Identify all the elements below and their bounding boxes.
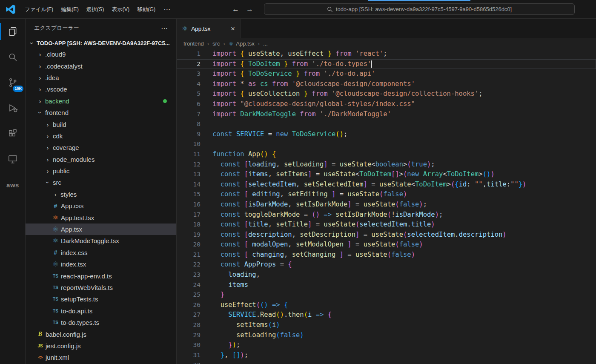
css-file-icon: # — [52, 203, 60, 209]
tree-item-public[interactable]: ›public — [26, 165, 176, 177]
tree-item-setupTests.ts[interactable]: TSsetupTests.ts — [26, 293, 176, 305]
menu-item-3[interactable]: 表示(V) — [108, 3, 133, 15]
run-debug-activity-button[interactable] — [0, 95, 26, 121]
back-icon[interactable]: ← — [232, 5, 239, 14]
menu-item-0[interactable]: ファイル(F) — [21, 3, 57, 15]
tab-app-tsx[interactable]: ⚛ App.tsx × — [177, 19, 241, 38]
menu-item-1[interactable]: 編集(E) — [57, 3, 83, 15]
code-line-25[interactable]: 25 } — [177, 290, 596, 300]
tree-item-label: react-app-env.d.ts — [61, 272, 112, 280]
code-line-18[interactable]: 18 const [title, setTitle] = useState(se… — [177, 220, 596, 230]
tree-item-App.css[interactable]: #App.css — [26, 200, 176, 212]
code-line-19[interactable]: 19 const [description, setDescription] =… — [177, 230, 596, 240]
tree-item-reportWebVitals.ts[interactable]: TSreportWebVitals.ts — [26, 282, 176, 293]
tree-item-label: .vscode — [45, 86, 67, 93]
code-line-29[interactable]: 29 setLoading(false) — [177, 330, 596, 341]
breadcrumb-label: ... — [263, 40, 268, 47]
tree-item-build[interactable]: ›build — [26, 118, 176, 130]
tree-item-label: node_modules — [53, 156, 95, 163]
code-line-32[interactable]: 32 — [177, 360, 596, 364]
explorer-actions-button[interactable]: ⋯ — [161, 24, 168, 32]
tree-item-App.test.tsx[interactable]: ⚛App.test.tsx — [26, 212, 176, 223]
code-line-7[interactable]: 7import DarkModeToggle from './DarkModeT… — [177, 109, 596, 120]
ts-file-icon: TS — [52, 309, 60, 313]
code-line-24[interactable]: 24 items — [177, 280, 596, 290]
tree-item-index.tsx[interactable]: ⚛index.tsx — [26, 258, 176, 270]
menu-overflow-button[interactable]: ⋯ — [159, 5, 175, 13]
aws-activity-button[interactable]: aws — [0, 172, 26, 198]
code-line-17[interactable]: 17 const toggleDarkMode = () => setIsDar… — [177, 210, 596, 220]
source-control-activity-button[interactable]: 10K — [0, 70, 26, 95]
tree-item-to-do.api.ts[interactable]: TSto-do.api.ts — [26, 305, 176, 317]
code-line-10[interactable]: 10 — [177, 139, 596, 149]
search-icon — [327, 6, 333, 12]
forward-icon[interactable]: → — [246, 5, 253, 14]
tree-item-.vscode[interactable]: ›.vscode — [26, 83, 176, 95]
explorer-activity-button[interactable] — [0, 19, 26, 44]
code-line-31[interactable]: 31 }, []); — [177, 350, 596, 361]
code-editor[interactable]: 1import { useState, useEffect } from 're… — [177, 49, 596, 364]
tree-item-src[interactable]: ›src — [26, 177, 176, 188]
code-line-12[interactable]: 12 const [loading, setLoading] = useStat… — [177, 160, 596, 170]
command-center-search[interactable]: todo-app [SSH: aws-devenv-da9a322f-97c5-… — [264, 3, 575, 15]
tree-item-styles[interactable]: ›styles — [26, 189, 176, 200]
tree-item-cdk[interactable]: ›cdk — [26, 130, 176, 142]
tree-item-frontend[interactable]: ›frontend — [26, 107, 176, 118]
code-line-22[interactable]: 22 const AppProps = { — [177, 260, 596, 270]
code-line-27[interactable]: 27 SERVICE.Read().then(i => { — [177, 310, 596, 320]
tree-item-coverage[interactable]: ›coverage — [26, 142, 176, 153]
breadcrumb-item-frontend[interactable]: frontend — [183, 40, 204, 47]
code-text — [201, 360, 212, 364]
breadcrumb-item-src[interactable]: src — [212, 40, 220, 47]
breadcrumb-item-App.tsx[interactable]: ⚛App.tsx — [229, 40, 255, 47]
line-number: 3 — [177, 69, 201, 79]
files-icon — [7, 26, 18, 37]
tree-item-label: to-do.api.ts — [61, 307, 92, 315]
code-line-14[interactable]: 14 const [selectedItem, setSelectedItem]… — [177, 180, 596, 190]
code-line-9[interactable]: 9const SERVICE = new ToDoService(); — [177, 129, 596, 140]
code-line-16[interactable]: 16 const [isDarkMode, setIsDarkMode] = u… — [177, 200, 596, 210]
workspace-root-row[interactable]: › TODO-APP [SSH: AWS-DEVENV-DA9A322F-97C… — [26, 37, 176, 49]
menu-item-2[interactable]: 選択(S) — [83, 3, 108, 15]
tree-item-backend[interactable]: ›backend — [26, 95, 176, 107]
tree-item-label: App.test.tsx — [61, 214, 94, 221]
tree-item-junit.xml[interactable]: <>junit.xml — [26, 352, 176, 363]
search-activity-button[interactable] — [0, 44, 26, 70]
remote-explorer-activity-button[interactable] — [0, 146, 26, 172]
tree-item-node_modules[interactable]: ›node_modules — [26, 154, 176, 165]
js-file-icon: JS — [36, 344, 44, 348]
tree-item-.codecatalyst[interactable]: ›.codecatalyst — [26, 60, 176, 72]
tree-item-App.tsx[interactable]: ⚛App.tsx — [26, 224, 176, 235]
code-line-11[interactable]: 11function App() { — [177, 149, 596, 160]
tree-item-jest.config.js[interactable]: JSjest.config.js — [26, 340, 176, 352]
extensions-activity-button[interactable] — [0, 121, 26, 146]
code-line-8[interactable]: 8 — [177, 119, 596, 129]
chevron-down-icon: › — [37, 109, 44, 117]
tree-item-.idea[interactable]: ›.idea — [26, 72, 176, 83]
code-line-4[interactable]: 4import * as cs from '@cloudscape-design… — [177, 79, 596, 89]
code-text: import "@cloudscape-design/global-styles… — [201, 99, 415, 109]
breadcrumb-item-...[interactable]: ... — [263, 40, 268, 47]
code-line-23[interactable]: 23 loading, — [177, 270, 596, 280]
code-line-5[interactable]: 5import { useCollection } from '@cloudsc… — [177, 89, 596, 99]
tree-item-to-do.types.ts[interactable]: TSto-do.types.ts — [26, 317, 176, 328]
code-line-26[interactable]: 26 useEffect(() => { — [177, 300, 596, 310]
close-icon[interactable]: × — [231, 25, 235, 32]
code-line-30[interactable]: 30 }); — [177, 340, 596, 350]
menu-item-4[interactable]: 移動(G) — [133, 3, 159, 15]
code-line-6[interactable]: 6import "@cloudscape-design/global-style… — [177, 99, 596, 109]
code-line-3[interactable]: 3import { ToDoService } from './to-do.ap… — [177, 69, 596, 79]
code-line-15[interactable]: 15 const [ editing, setEditing ] = useSt… — [177, 189, 596, 200]
code-line-20[interactable]: 20 const [ modalOpen, setModalOpen ] = u… — [177, 240, 596, 250]
tree-item-react-app-env.d.ts[interactable]: TSreact-app-env.d.ts — [26, 270, 176, 281]
code-line-13[interactable]: 13 const [items, setItems] = useState<To… — [177, 169, 596, 180]
tree-item-index.css[interactable]: #index.css — [26, 247, 176, 258]
tree-item-babel.config.js[interactable]: Bbabel.config.js — [26, 328, 176, 340]
code-line-28[interactable]: 28 setItems(i) — [177, 320, 596, 330]
tree-item-.cloud9[interactable]: ›.cloud9 — [26, 49, 176, 60]
code-line-2[interactable]: 2import { ToDoItem } from './to-do.types… — [177, 59, 596, 69]
tree-item-DarkModeToggle.tsx[interactable]: ⚛DarkModeToggle.tsx — [26, 235, 176, 246]
code-line-21[interactable]: 21 const [ changing, setChanging ] = use… — [177, 250, 596, 260]
babel-file-icon: B — [36, 331, 44, 338]
code-line-1[interactable]: 1import { useState, useEffect } from 're… — [177, 49, 596, 59]
